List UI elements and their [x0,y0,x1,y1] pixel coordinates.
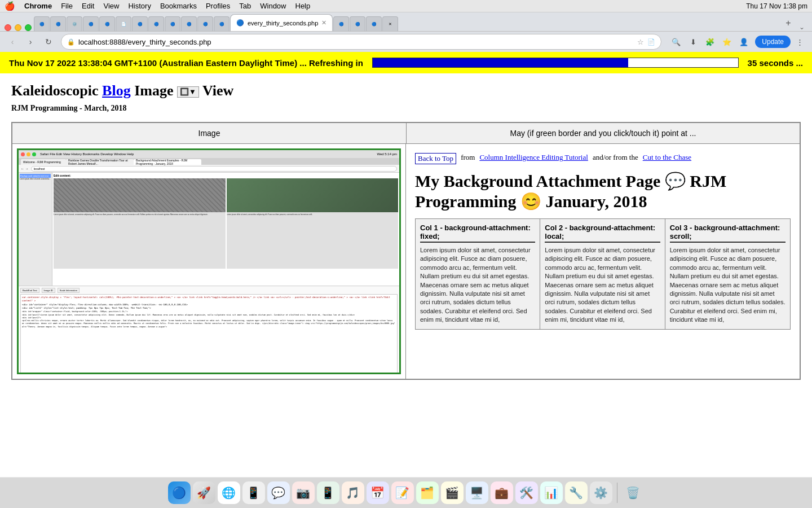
address-input[interactable] [78,38,634,46]
ss-code-area: var.container.style.display = 'flex'; la… [20,294,398,374]
maximize-button[interactable] [25,24,32,31]
page-title-end: View [202,82,233,99]
menu-help[interactable]: Help [295,2,311,10]
menu-history[interactable]: History [128,2,151,10]
dock-app-12[interactable]: 🖥️ [466,481,488,504]
bookmark-star-icon[interactable]: ☆ [637,38,644,46]
dock-app-10[interactable]: 🗂️ [416,481,439,504]
menu-bookmarks[interactable]: Bookmarks [160,2,197,10]
tab-5[interactable]: 🔵 [99,16,115,31]
timer-seconds: 35 seconds ... [748,58,803,68]
page-title-prefix: Kaleidoscopic [11,82,102,99]
tutorial-link[interactable]: Column Intelligence Editing Tutorial [479,153,588,164]
tab-6[interactable]: 📄 [116,16,131,31]
apple-menu[interactable]: 🍎 [5,1,15,11]
menu-window[interactable]: Window [260,2,286,10]
tab-10[interactable]: 🔵 [181,16,197,31]
dock-app-17[interactable]: ⚙️ [590,481,612,504]
dock-app-13[interactable]: 💼 [491,481,513,504]
menu-file[interactable]: File [61,2,73,10]
extensions-icon-btn[interactable]: 🧩 [702,34,718,50]
ss-address-bar: ← → localhost [19,165,399,173]
dock-launchpad[interactable]: 🚀 [193,481,215,504]
dock-app-11[interactable]: 🎬 [441,481,464,504]
ss-minimize [27,152,30,156]
ss-img1 [54,178,226,212]
menu-tab[interactable]: Tab [239,2,251,10]
tab-14[interactable]: 🔵 [350,16,365,31]
back-to-top-link[interactable]: Back to Top [415,153,456,164]
back-button[interactable]: ‹ [5,34,20,50]
tab-1[interactable]: 🔵 [34,16,50,31]
bookmark-icon-btn[interactable]: ⭐ [719,34,735,50]
ss-body: Background attachment test Lorem ipsum d… [19,173,399,286]
dock-app-5[interactable]: 📷 [292,481,315,504]
dock-app-3[interactable]: 📱 [242,481,265,504]
minimize-button[interactable] [15,24,21,31]
timer-bar: Thu Nov 17 2022 13:38:04 GMT+1100 (Austr… [0,52,812,73]
tab-13[interactable]: 🔵 [333,16,349,31]
ss-address-text: localhost [34,167,45,170]
ss-maximize [32,152,36,156]
lock-icon: 🔒 [67,38,75,46]
dock-app-6[interactable]: 📱 [317,481,339,504]
ss-tab-bar: Welcome - RJM Programming Rainbow Games … [19,158,399,165]
menu-icon-btn[interactable]: ⋮ [792,34,807,50]
ss-tab-2-title: Rainbow Games Double Transformation Tour… [68,159,131,165]
dock-app-8[interactable]: 📅 [367,481,389,504]
dock-app-7[interactable]: 🎵 [342,481,364,504]
ss-tab-1-title: Welcome - RJM Programming [23,160,61,164]
col-2-title: Col 2 - background-attachment: local; [545,224,660,243]
cut-link[interactable]: Cut to the Chase [643,153,691,164]
tab-close-icon[interactable]: ✕ [321,19,326,27]
andor-text: and/or from the [593,153,638,164]
dock-chrome[interactable]: 🌐 [218,481,240,504]
tab-9[interactable]: 🔵 [165,16,180,31]
close-button[interactable] [5,24,11,31]
menu-chrome[interactable]: Chrome [24,2,52,10]
toolbar-icons: 🔍 ⬇ 🧩 ⭐ 👤 Update ⋮ [668,34,807,50]
page-title-suffix: Image [131,82,174,99]
dock-app-15[interactable]: 📊 [540,481,563,504]
tab-7[interactable]: 🔵 [132,16,148,31]
dock-app-14[interactable]: 🛠️ [515,481,538,504]
tab-menu-button[interactable]: ⌄ [796,23,807,31]
tab-12[interactable]: 🔵 [214,16,230,31]
dock-app-16[interactable]: 🔧 [565,481,588,504]
menu-profiles[interactable]: Profiles [206,2,230,10]
search-icon-btn[interactable]: 🔍 [668,34,684,50]
tab-15[interactable]: 🔵 [366,16,382,31]
tab-3[interactable]: ⚙️ [67,16,82,31]
profile-icon-btn[interactable]: 👤 [736,34,752,50]
ss-tab-3: Background Attachment Examples - RJM Pro… [134,159,201,165]
ss-clock: Wed 5:14 pm [377,152,397,156]
active-tab-title: every_thirty_seconds.php [248,20,318,27]
dock-trash[interactable]: 🗑️ [622,481,645,504]
ss-img2 [227,178,399,212]
page-subtitle: RJM Programming - March, 2018 [11,104,801,113]
dock-app-9[interactable]: 📝 [391,481,414,504]
grid-left-content: Safari File Edit View History Bookmarks … [12,144,406,379]
forward-button[interactable]: › [23,34,38,50]
reader-mode-icon[interactable]: 📄 [647,38,655,46]
tab-8[interactable]: 🔵 [148,16,164,31]
menu-view[interactable]: View [103,2,119,10]
dropdown-button[interactable]: 🔲▼ [177,86,199,98]
col-3-text: Lorem ipsum dolor sit amet, consectetur … [670,246,785,325]
update-button[interactable]: Update [755,36,791,48]
new-tab-button[interactable]: + [780,15,796,31]
screenshot-frame[interactable]: Safari File Edit View History Bookmarks … [17,148,401,374]
dock-finder[interactable]: 🔵 [168,481,191,504]
menu-edit[interactable]: Edit [82,2,94,10]
tab-11[interactable]: 🔵 [197,16,213,31]
blog-link[interactable]: Blog [102,82,131,99]
dock-app-4[interactable]: 💬 [267,481,290,504]
tab-4[interactable]: 🔵 [83,16,99,31]
ss-tab-3-title: Background Attachment Examples - RJM Pro… [136,159,199,165]
download-icon-btn[interactable]: ⬇ [685,34,701,50]
tab-16[interactable]: ✕ [382,16,398,31]
refresh-button[interactable]: ↻ [41,34,56,50]
tab-2[interactable]: 🔵 [50,16,66,31]
tab-active[interactable]: 🔵 every_thirty_seconds.php ✕ [230,14,333,31]
ss-col1: Lorem ipsum dolor sit amet, consectetur … [54,178,226,269]
